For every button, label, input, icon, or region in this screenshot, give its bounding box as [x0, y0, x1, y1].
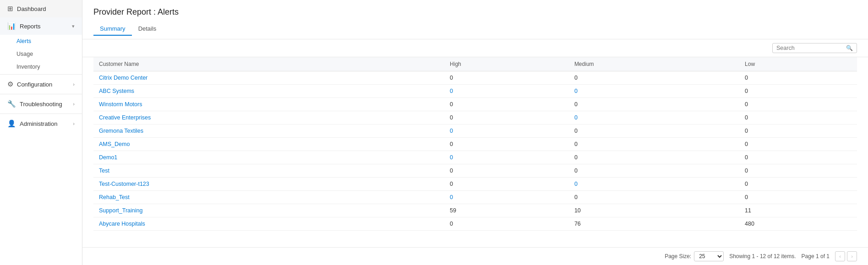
sidebar-administration-label: Administration — [20, 120, 57, 127]
configuration-icon: ⚙ — [7, 80, 13, 88]
customer-name-link[interactable]: Test — [99, 168, 109, 174]
medium-cell: 0 — [569, 111, 739, 124]
troubleshooting-icon: 🔧 — [7, 100, 16, 108]
customer-cell: Creative Enterprises — [93, 111, 444, 124]
low-cell: 0 — [739, 124, 857, 138]
tab-details[interactable]: Details — [132, 22, 163, 36]
high-cell: 0 — [444, 98, 569, 111]
customer-cell: Demo1 — [93, 151, 444, 164]
sidebar-item-configuration[interactable]: ⚙ Configuration › — [0, 76, 82, 93]
high-cell: 0 — [444, 124, 569, 138]
table-row: Support_Training591011 — [93, 204, 857, 217]
low-cell: 0 — [739, 164, 857, 178]
pagination-nav: ‹ › — [835, 251, 857, 261]
high-value-link[interactable]: 0 — [450, 194, 453, 200]
low-cell: 0 — [739, 111, 857, 124]
toolbar: 🔍 — [82, 39, 868, 57]
customer-name-link[interactable]: AMS_Demo — [99, 141, 130, 147]
usage-label: Usage — [16, 51, 33, 57]
search-input[interactable] — [776, 45, 844, 51]
medium-value-link[interactable]: 0 — [574, 114, 578, 121]
high-value-link[interactable]: 0 — [450, 128, 453, 134]
page-info: Page 1 of 1 — [802, 253, 830, 260]
low-cell: 0 — [739, 138, 857, 151]
customer-name-link[interactable]: Rehab_Test — [99, 194, 130, 200]
page-size-select[interactable]: 10 25 50 100 — [694, 251, 724, 261]
sidebar-reports-label: Reports — [20, 23, 41, 30]
page-title: Provider Report : Alerts — [93, 7, 857, 17]
high-cell: 0 — [444, 164, 569, 178]
page-size-label: Page Size: — [665, 253, 691, 260]
customer-cell: ABC Systems — [93, 85, 444, 98]
customer-cell: Winstorm Motors — [93, 98, 444, 111]
high-cell: 0 — [444, 138, 569, 151]
customer-name-link[interactable]: Support_Training — [99, 207, 142, 214]
medium-cell: 76 — [569, 217, 739, 231]
col-customer-name: Customer Name — [93, 57, 444, 71]
customer-name-link[interactable]: Winstorm Motors — [99, 101, 142, 108]
low-cell: 0 — [739, 85, 857, 98]
customer-name-link[interactable]: Creative Enterprises — [99, 114, 151, 121]
medium-cell: 0 — [569, 191, 739, 204]
high-value-link[interactable]: 0 — [450, 88, 453, 94]
chevron-down-icon: ▾ — [72, 23, 75, 29]
page-header: Provider Report : Alerts Summary Details — [82, 0, 868, 39]
medium-cell: 0 — [569, 124, 739, 138]
col-low: Low — [739, 57, 857, 71]
medium-cell: 0 — [569, 178, 739, 191]
medium-cell: 0 — [569, 85, 739, 98]
medium-cell: 10 — [569, 204, 739, 217]
high-cell: 0 — [444, 71, 569, 85]
customer-cell: Test — [93, 164, 444, 178]
table-row: Rehab_Test000 — [93, 191, 857, 204]
next-page-button[interactable]: › — [847, 251, 857, 261]
customer-name-link[interactable]: Citrix Demo Center — [99, 75, 147, 81]
sidebar-item-troubleshooting[interactable]: 🔧 Troubleshooting › — [0, 95, 82, 113]
customer-cell: Rehab_Test — [93, 191, 444, 204]
reports-icon: 📊 — [7, 22, 16, 30]
table-row: Winstorm Motors000 — [93, 98, 857, 111]
sidebar-item-reports[interactable]: 📊 Reports ▾ — [0, 17, 82, 35]
sidebar-configuration-label: Configuration — [17, 81, 52, 88]
high-cell: 0 — [444, 85, 569, 98]
customer-name-link[interactable]: ABC Systems — [99, 88, 134, 94]
high-value-link[interactable]: 0 — [450, 154, 453, 161]
table-row: Gremona Textiles000 — [93, 124, 857, 138]
sidebar-sub-item-usage[interactable]: Usage — [0, 48, 82, 60]
search-box[interactable]: 🔍 — [772, 43, 857, 53]
alerts-label: Alerts — [16, 38, 31, 44]
customer-cell: AMS_Demo — [93, 138, 444, 151]
sidebar-item-dashboard[interactable]: ⊞ Dashboard — [0, 0, 82, 17]
sidebar-sub-item-alerts[interactable]: Alerts — [0, 35, 82, 48]
customer-name-link[interactable]: Abycare Hospitals — [99, 221, 145, 227]
administration-icon: 👤 — [7, 119, 16, 128]
prev-page-button[interactable]: ‹ — [835, 251, 845, 261]
chevron-right-icon: › — [73, 81, 75, 87]
sidebar-troubleshooting-label: Troubleshooting — [20, 101, 62, 108]
sidebar-item-administration[interactable]: 👤 Administration › — [0, 115, 82, 132]
table-row: Abycare Hospitals076480 — [93, 217, 857, 231]
customer-name-link[interactable]: Test-Customer-t123 — [99, 181, 149, 187]
customer-cell: Test-Customer-t123 — [93, 178, 444, 191]
chevron-right-icon-3: › — [73, 121, 75, 126]
medium-value-link[interactable]: 0 — [574, 181, 578, 187]
medium-cell: 0 — [569, 164, 739, 178]
medium-value-link[interactable]: 0 — [574, 88, 578, 94]
low-cell: 480 — [739, 217, 857, 231]
dashboard-icon: ⊞ — [7, 5, 13, 13]
tab-summary[interactable]: Summary — [93, 22, 132, 36]
sidebar-sub-item-inventory[interactable]: Inventory — [0, 60, 82, 73]
sidebar-dashboard-label: Dashboard — [17, 5, 46, 12]
customer-name-link[interactable]: Gremona Textiles — [99, 128, 143, 134]
low-cell: 0 — [739, 151, 857, 164]
medium-cell: 0 — [569, 138, 739, 151]
main-content: Provider Report : Alerts Summary Details… — [82, 0, 868, 265]
high-cell: 0 — [444, 178, 569, 191]
showing-text: Showing 1 - 12 of 12 items. — [729, 253, 796, 260]
low-cell: 0 — [739, 71, 857, 85]
divider-2 — [0, 94, 82, 94]
chevron-right-icon-2: › — [73, 101, 75, 107]
col-medium: Medium — [569, 57, 739, 71]
customer-name-link[interactable]: Demo1 — [99, 154, 117, 161]
col-high: High — [444, 57, 569, 71]
